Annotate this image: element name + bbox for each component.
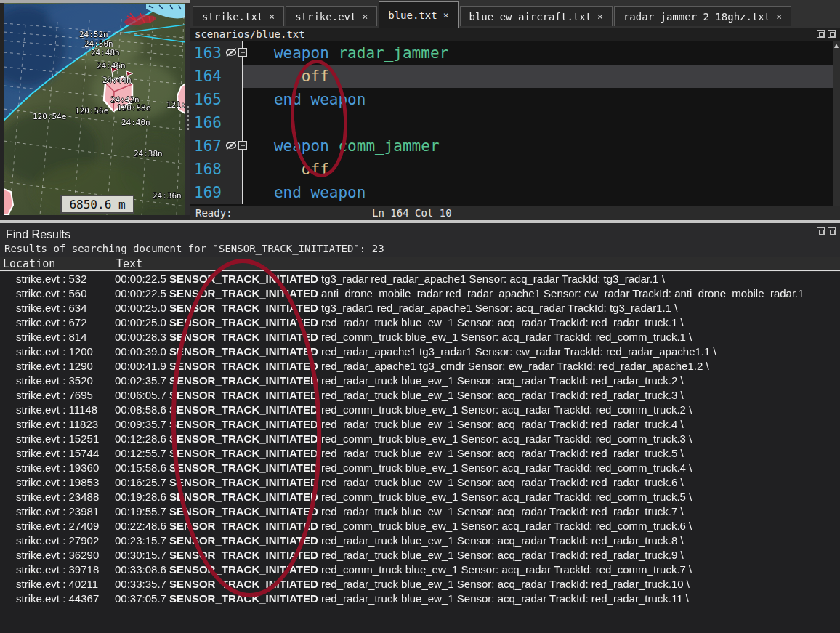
tab-radar_jammer_2_18ghz.txt[interactable]: radar_jammer_2_18ghz.txt× — [614, 6, 791, 26]
result-text: 00:06:05.7 SENSOR_TRACK_INITIATED red_ra… — [115, 388, 840, 403]
map-scale-box: 6850.6 m — [60, 195, 134, 214]
code-editor[interactable]: 163 weapon radar_jammer164 off165 end_we… — [190, 41, 840, 206]
result-row[interactable]: strike.evt : 2398100:19:55.7 SENSOR_TRAC… — [0, 504, 840, 519]
result-text: 00:12:28.6 SENSOR_TRACK_INITIATED red_co… — [115, 432, 840, 446]
result-location: strike.evt : 11823 — [0, 417, 115, 432]
result-row[interactable]: strike.evt : 67200:00:25.0 SENSOR_TRACK_… — [0, 315, 840, 330]
code-line[interactable]: 166 — [190, 111, 840, 134]
tab-blue.txt[interactable]: blue.txt× — [379, 1, 458, 28]
result-text: 00:00:22.5 SENSOR_TRACK_INITIATED tg3_ra… — [115, 272, 840, 286]
editor-status-bar: Ready: Ln 164 Col 10 — [190, 206, 840, 220]
tab-strike.txt[interactable]: strike.txt× — [193, 6, 284, 26]
result-row[interactable]: strike.evt : 1525100:12:28.6 SENSOR_TRAC… — [0, 432, 840, 446]
result-row[interactable]: strike.evt : 1182300:09:35.7 SENSOR_TRAC… — [0, 417, 840, 432]
vertical-splitter[interactable] — [185, 3, 190, 220]
restore-icon[interactable] — [817, 227, 825, 235]
tab-label: strike.txt — [202, 11, 263, 23]
column-divider[interactable] — [113, 257, 113, 270]
coordinate-label: 24:48n — [91, 48, 120, 57]
result-location: strike.evt : 672 — [0, 315, 115, 330]
result-row[interactable]: strike.evt : 769500:06:05.7 SENSOR_TRACK… — [0, 388, 840, 403]
tab-label: strike.evt — [295, 11, 356, 23]
tab-close-icon[interactable]: × — [362, 11, 368, 22]
maximize-icon[interactable] — [828, 30, 836, 38]
results-list: strike.evt : 53200:00:22.5 SENSOR_TRACK_… — [0, 272, 840, 633]
result-text: 00:08:58.6 SENSOR_TRACK_INITIATED red_co… — [115, 403, 840, 417]
result-location: strike.evt : 7695 — [0, 388, 115, 403]
result-location: strike.evt : 15251 — [0, 432, 115, 446]
tab-close-icon[interactable]: × — [269, 11, 275, 22]
result-location: strike.evt : 11148 — [0, 403, 115, 417]
result-row[interactable]: strike.evt : 3629000:30:15.7 SENSOR_TRAC… — [0, 548, 840, 563]
ready-label: Ready: — [195, 206, 233, 220]
code-text: weapon radar_jammer — [243, 41, 840, 65]
editor-scrollbar[interactable] — [833, 41, 840, 206]
result-row[interactable]: strike.evt : 1114800:08:58.6 SENSOR_TRAC… — [0, 403, 840, 417]
result-row[interactable]: strike.evt : 4021100:33:35.7 SENSOR_TRAC… — [0, 577, 840, 592]
line-number: 167 — [190, 134, 243, 158]
code-line[interactable]: 167 weapon comm_jammer — [190, 134, 840, 158]
result-row[interactable]: strike.evt : 1985300:16:25.7 SENSOR_TRAC… — [0, 475, 840, 490]
result-text: 00:37:05.7 SENSOR_TRACK_INITIATED red_ra… — [115, 592, 840, 606]
restore-icon[interactable] — [817, 30, 825, 38]
result-location: strike.evt : 40211 — [0, 577, 115, 592]
maximize-icon[interactable] — [828, 227, 836, 235]
file-path: scenarios/blue.txt — [195, 28, 305, 40]
coordinate-label: 24:46n — [97, 61, 126, 70]
column-header-text[interactable]: Text — [116, 257, 142, 270]
tab-strike.evt[interactable]: strike.evt× — [286, 6, 377, 26]
result-row[interactable]: strike.evt : 2348800:19:28.6 SENSOR_TRAC… — [0, 490, 840, 504]
result-text: 00:22:48.6 SENSOR_TRACK_INITIATED red_co… — [115, 519, 840, 533]
result-row[interactable]: strike.evt : 81400:00:28.3 SENSOR_TRACK_… — [0, 330, 840, 344]
panel-title: Find Results — [6, 228, 70, 241]
coordinate-label: 120:56e — [75, 106, 108, 116]
result-row[interactable]: strike.evt : 56000:00:22.5 SENSOR_TRACK_… — [0, 286, 840, 301]
result-row[interactable]: strike.evt : 2790200:23:15.7 SENSOR_TRAC… — [0, 533, 840, 548]
result-row[interactable]: strike.evt : 1574400:12:55.7 SENSOR_TRAC… — [0, 446, 840, 461]
result-location: strike.evt : 532 — [0, 272, 115, 286]
coordinate-label: 120:54e — [33, 112, 66, 121]
scroll-up-icon[interactable] — [834, 44, 839, 48]
result-row[interactable]: strike.evt : 2740900:22:48.6 SENSOR_TRAC… — [0, 519, 840, 533]
code-line[interactable]: 168 off — [190, 158, 840, 181]
visibility-off-icon[interactable] — [225, 47, 238, 57]
column-header-location[interactable]: Location — [3, 257, 55, 270]
coordinate-label: 120:58e — [117, 103, 150, 113]
code-line[interactable]: 165 end_weapon — [190, 88, 840, 111]
fold-collapse-icon[interactable] — [238, 141, 247, 150]
code-lines: 163 weapon radar_jammer164 off165 end_we… — [190, 41, 840, 204]
result-text: 00:19:28.6 SENSOR_TRACK_INITIATED red_co… — [115, 490, 840, 504]
visibility-off-icon[interactable] — [225, 140, 238, 150]
code-line[interactable]: 169 end_weapon — [190, 181, 840, 204]
result-row[interactable]: strike.evt : 129000:00:41.9 SENSOR_TRACK… — [0, 359, 840, 374]
result-row[interactable]: strike.evt : 1936000:15:58.6 SENSOR_TRAC… — [0, 461, 840, 475]
result-location: strike.evt : 44367 — [0, 592, 115, 606]
result-location: strike.evt : 19360 — [0, 461, 115, 475]
tab-label: blue_ew_aircraft.txt — [469, 11, 592, 23]
file-path-bar: scenarios/blue.txt — [190, 28, 840, 41]
code-line[interactable]: 163 weapon radar_jammer — [190, 41, 840, 65]
result-text: 00:00:39.0 SENSOR_TRACK_INITIATED red_ra… — [115, 344, 840, 359]
result-location: strike.evt : 15744 — [0, 446, 115, 461]
result-row[interactable]: strike.evt : 3971800:33:08.6 SENSOR_TRAC… — [0, 563, 840, 577]
code-line[interactable]: 164 off — [190, 65, 840, 88]
result-row[interactable]: strike.evt : 53200:00:22.5 SENSOR_TRACK_… — [0, 272, 840, 286]
tab-blue_ew_aircraft.txt[interactable]: blue_ew_aircraft.txt× — [460, 6, 613, 26]
result-row[interactable]: strike.evt : 120000:00:39.0 SENSOR_TRACK… — [0, 344, 840, 359]
tab-close-icon[interactable]: × — [597, 11, 603, 22]
result-location: strike.evt : 19853 — [0, 475, 115, 490]
code-text: off — [243, 158, 840, 181]
result-row[interactable]: strike.evt : 63400:00:25.0 SENSOR_TRACK_… — [0, 301, 840, 315]
tab-close-icon[interactable]: × — [776, 11, 782, 22]
result-row[interactable]: strike.evt : 4436700:37:05.7 SENSOR_TRAC… — [0, 592, 840, 606]
tab-close-icon[interactable]: × — [443, 9, 449, 20]
result-text: 00:00:28.3 SENSOR_TRACK_INITIATED red_co… — [115, 330, 840, 344]
code-text — [243, 111, 840, 134]
result-text: 00:33:08.6 SENSOR_TRACK_INITIATED red_co… — [115, 563, 840, 577]
result-location: strike.evt : 27902 — [0, 533, 115, 548]
result-row[interactable]: strike.evt : 352000:02:35.7 SENSOR_TRACK… — [0, 374, 840, 388]
map-viewport[interactable]: 24:52n24:50n24:48n24:46n24:44n24:42n24:4… — [4, 3, 185, 215]
coordinate-label: 121:00 — [166, 100, 185, 110]
tab-label: blue.txt — [388, 9, 437, 21]
fold-collapse-icon[interactable] — [238, 48, 247, 57]
